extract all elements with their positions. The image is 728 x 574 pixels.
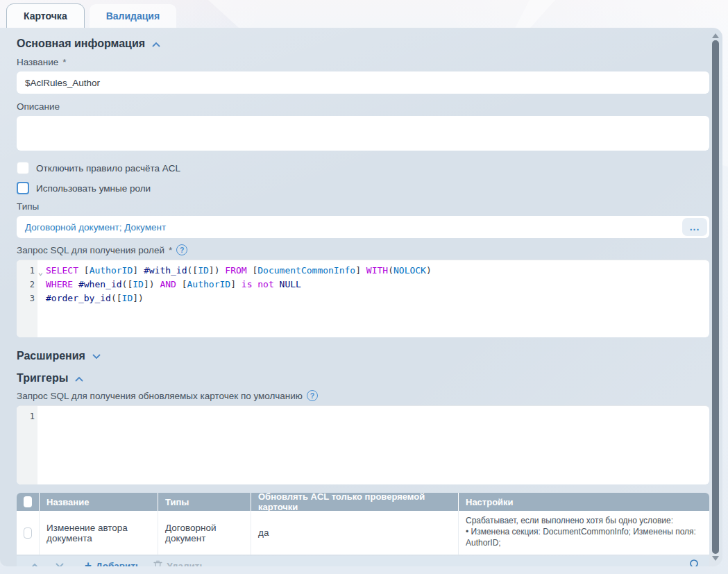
settings-condition-title: Срабатывает, если выполнено хотя бы одно… (466, 515, 702, 526)
section-extensions-header[interactable]: Расширения (17, 350, 709, 362)
add-button[interactable]: + Добавить (85, 559, 141, 566)
ellipsis-icon: ... (690, 223, 700, 230)
card-panel: Основная информация Название * Описание … (0, 28, 722, 566)
header-name: Название (40, 493, 158, 511)
name-input[interactable] (17, 71, 709, 94)
disable-acl-checkbox[interactable] (17, 162, 29, 174)
header-settings: Настройки (459, 493, 709, 511)
code-line: WHERE #when_id([ID]) AND [AuthorID] is n… (46, 278, 704, 292)
delete-button[interactable]: Удалить (153, 560, 205, 567)
trash-icon (153, 560, 162, 567)
description-input[interactable] (17, 116, 709, 151)
code-line: SELECT [AuthorID] #with_id([ID]) FROM [D… (46, 264, 704, 278)
move-up-button[interactable] (25, 563, 44, 566)
name-label: Название (17, 57, 58, 67)
line-number: 1 (17, 410, 37, 423)
table-header-row: Название Типы Обновлять ACL только прове… (17, 493, 709, 511)
required-asterisk: * (62, 57, 66, 67)
table-row[interactable]: Изменение автора документа Договорной до… (17, 511, 709, 555)
row-checkbox-cell (17, 511, 40, 555)
scroll-down-arrow[interactable] (712, 556, 719, 561)
cell-update-acl: да (251, 511, 459, 555)
header-update-acl: Обновлять ACL только проверяемой карточк… (251, 493, 459, 511)
name-field-wrap (17, 71, 709, 94)
cell-name: Изменение автора документа (40, 511, 158, 555)
smart-roles-checkbox[interactable] (17, 182, 29, 194)
line-number: 2 (17, 278, 37, 292)
sql-default-label: Запрос SQL для получения обновляемых кар… (17, 391, 303, 401)
triggers-table: Название Типы Обновлять ACL только прове… (17, 493, 709, 555)
section-main-info-header[interactable]: Основная информация (17, 37, 709, 50)
editor-code-area[interactable]: SELECT [AuthorID] #with_id([ID]) FROM [D… (39, 260, 709, 337)
editor-gutter: 1 ⌄ 2 3 (17, 260, 39, 337)
line-number: 3 (17, 292, 37, 305)
delete-button-label: Удалить (167, 561, 205, 567)
sql-default-editor[interactable]: 1 (17, 405, 709, 484)
editor-code-area[interactable] (39, 406, 709, 484)
line-number: 1 ⌄ (17, 264, 37, 278)
table-toolbar: + Добавить Удалить (17, 556, 709, 566)
search-button[interactable] (689, 559, 701, 566)
help-icon[interactable]: ? (307, 390, 318, 401)
sql-roles-label: Запрос SQL для получения ролей (17, 245, 164, 255)
row-checkbox[interactable] (24, 527, 32, 539)
chevron-up-icon (152, 42, 160, 47)
card-content: Основная информация Название * Описание … (17, 35, 709, 566)
editor-gutter: 1 (17, 406, 39, 484)
types-more-button[interactable]: ... (682, 218, 707, 236)
types-label: Типы (17, 201, 39, 212)
section-main-info-title: Основная информация (17, 37, 145, 50)
tab-validation[interactable]: Валидация (90, 4, 176, 28)
chevron-up-icon (75, 376, 83, 382)
plus-icon: + (85, 559, 92, 566)
help-icon[interactable]: ? (176, 244, 187, 255)
sql-default-label-row: Запрос SQL для получения обновляемых кар… (17, 390, 709, 401)
code-line: #order_by_id([ID]) (46, 292, 704, 305)
fold-arrow-icon[interactable]: ⌄ (38, 267, 43, 277)
tab-card[interactable]: Карточка (7, 4, 84, 28)
section-triggers-title: Триггеры (17, 372, 68, 385)
tab-card-label: Карточка (24, 10, 67, 22)
name-label-row: Название * (17, 57, 709, 67)
move-down-button[interactable] (50, 563, 69, 566)
required-asterisk: * (169, 245, 172, 255)
types-field[interactable]: Договорной документ; Документ ... (17, 216, 709, 238)
tab-bar: Карточка Валидация (0, 0, 728, 28)
description-label: Описание (17, 101, 60, 112)
tab-validation-label: Валидация (106, 10, 160, 22)
types-label-row: Типы (17, 201, 709, 212)
disable-acl-label: Отключить правило расчёта ACL (36, 163, 180, 174)
smart-roles-row[interactable]: Использовать умные роли (17, 182, 709, 194)
sql-roles-editor[interactable]: 1 ⌄ 2 3 SELECT [AuthorID] #with_id([ID])… (17, 260, 709, 337)
types-value: Договорной документ; Документ (17, 222, 709, 233)
scrollbar-thumb[interactable] (712, 40, 719, 554)
header-types: Типы (158, 493, 251, 511)
settings-condition-detail: • Изменена секция: DocumentCommonInfo; И… (466, 526, 702, 548)
cell-types: Договорной документ (158, 511, 251, 555)
disable-acl-row[interactable]: Отключить правило расчёта ACL (17, 162, 709, 174)
description-label-row: Описание (17, 101, 709, 112)
header-checkbox-cell (17, 493, 40, 511)
vertical-scrollbar[interactable] (711, 33, 720, 561)
cell-settings: Срабатывает, если выполнено хотя бы одно… (459, 511, 709, 555)
sql-roles-label-row: Запрос SQL для получения ролей * ? (17, 244, 709, 255)
scroll-up-arrow[interactable] (712, 33, 719, 38)
smart-roles-label: Использовать умные роли (36, 183, 151, 194)
chevron-down-icon (92, 354, 101, 360)
add-button-label: Добавить (96, 561, 141, 567)
section-triggers-header[interactable]: Триггеры (17, 372, 709, 385)
select-all-checkbox[interactable] (24, 496, 32, 507)
section-extensions-title: Расширения (17, 350, 85, 362)
search-icon (689, 559, 701, 566)
